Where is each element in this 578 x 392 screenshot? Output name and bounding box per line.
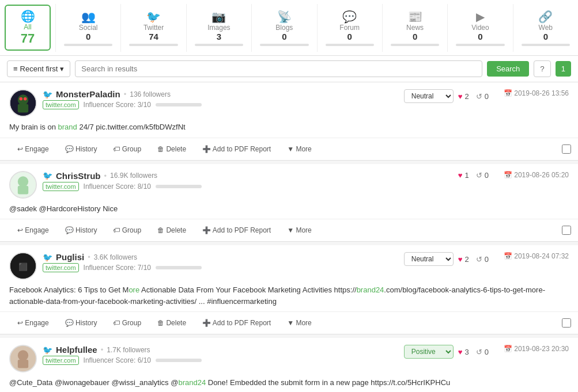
card-body-monster: My brain is on brand 24/7 pic.twitter.co… <box>9 121 569 138</box>
web-count: 0 <box>522 32 570 41</box>
retweet-count-monster: ↺ 0 <box>476 92 489 101</box>
card-date-monster: 📅 2019-08-26 13:56 <box>504 89 569 97</box>
heart-count-puglisi: ♥ 2 <box>458 255 469 264</box>
forum-count: 0 <box>326 32 374 41</box>
more-btn-monster[interactable]: ▼ More <box>279 142 320 157</box>
video-count: 0 <box>456 32 504 41</box>
score-label-monster: Influencer Score: 3/10 <box>84 101 151 109</box>
engage-btn-puglisi[interactable]: ↩ Engage <box>9 315 57 330</box>
svg-point-6 <box>18 176 28 187</box>
card-date-helpfullee: 📅 2019-08-23 20:30 <box>504 345 569 353</box>
filter-forum[interactable]: 💬 Forum 0 <box>317 4 382 52</box>
checkbox-chris[interactable] <box>562 226 571 235</box>
search-bar: ≡ Recent first ▾ Search ? 1 <box>0 56 578 82</box>
page-button[interactable]: 1 <box>556 61 571 77</box>
more-btn-puglisi[interactable]: ▼ More <box>279 315 320 330</box>
search-input[interactable] <box>75 60 482 77</box>
group-btn-monster[interactable]: 🏷 Group <box>105 142 149 157</box>
group-btn-puglisi[interactable]: 🏷 Group <box>105 315 149 330</box>
forum-icon: 💬 <box>342 10 357 23</box>
twitter-handle-chris: twitter.com <box>43 182 79 191</box>
search-button[interactable]: Search <box>487 61 529 77</box>
sentiment-select-monster[interactable]: Neutral Positive Negative <box>404 89 454 103</box>
score-label-puglisi: Influencer Score: 7/10 <box>84 264 151 272</box>
filter-video[interactable]: ▶ Video 0 <box>447 4 512 52</box>
group-btn-chris[interactable]: 🏷 Group <box>105 223 149 238</box>
svg-rect-2 <box>18 104 28 113</box>
add-pdf-btn-monster[interactable]: ➕ Add to PDF Report <box>194 142 279 157</box>
checkbox-monster[interactable] <box>562 144 571 154</box>
svg-text:⬛: ⬛ <box>18 262 28 272</box>
images-count: 3 <box>195 32 243 41</box>
card-followers-puglisi: 3.6K followers <box>94 253 137 261</box>
blogs-icon: 📡 <box>277 10 292 23</box>
more-btn-chris[interactable]: ▼ More <box>279 223 320 238</box>
avatar-helpfullee <box>9 345 37 372</box>
sentiment-select-helpfullee[interactable]: Positive Neutral Negative <box>404 345 454 359</box>
history-btn-puglisi[interactable]: 💬 History <box>57 315 105 330</box>
score-bar-puglisi <box>156 266 202 269</box>
engage-btn-monster[interactable]: ↩ Engage <box>9 142 57 157</box>
card-body-helpfullee: @Cute_Data @iwonagebauer @wissi_analytic… <box>9 377 569 392</box>
score-bar-helpfullee <box>156 359 202 362</box>
add-pdf-btn-chris[interactable]: ➕ Add to PDF Report <box>194 223 279 238</box>
score-bar-chris <box>156 185 202 188</box>
card-followers-monster: 136 followers <box>130 90 171 98</box>
history-btn-monster[interactable]: 💬 History <box>57 142 105 157</box>
engage-btn-chris[interactable]: ↩ Engage <box>9 223 57 238</box>
card-meta-chris: ♥ 1 ↺ 0 <box>458 171 489 180</box>
retweet-count-helpfullee: ↺ 0 <box>476 348 489 356</box>
filter-social[interactable]: 👥 Social 0 <box>55 4 120 52</box>
twitter-filter-icon: 🐦 <box>146 10 161 23</box>
video-label: Video <box>456 24 504 32</box>
brand24-link-helpfullee[interactable]: brand24 <box>178 378 206 387</box>
brand24-link-puglisi[interactable]: brand24 <box>357 286 384 294</box>
social-icon: 👥 <box>81 10 96 23</box>
result-card-helpfullee: 🐦 Helpfullee • 1.7K followers twitter.co… <box>0 338 578 392</box>
sort-label: Recent first <box>20 64 58 73</box>
sort-button[interactable]: ≡ Recent first ▾ <box>7 60 70 77</box>
add-pdf-btn-puglisi[interactable]: ➕ Add to PDF Report <box>194 315 279 330</box>
filter-news[interactable]: 📰 News 0 <box>382 4 447 52</box>
forum-bar <box>326 44 374 46</box>
history-btn-chris[interactable]: 💬 History <box>57 223 105 238</box>
filter-twitter[interactable]: 🐦 Twitter 74 <box>120 4 186 52</box>
card-name-puglisi: Puglisi <box>56 252 84 262</box>
web-icon: 🔗 <box>538 10 553 23</box>
brand-link-monster[interactable]: brand <box>58 123 77 131</box>
blogs-bar <box>260 44 308 46</box>
web-label: Web <box>522 24 570 32</box>
card-meta-helpfullee: Positive Neutral Negative ♥ 3 ↺ 0 <box>404 345 489 359</box>
avatar-chris-strub <box>9 171 37 199</box>
twitter-bar <box>129 44 177 46</box>
sort-icon: ≡ <box>13 64 18 73</box>
filter-blogs[interactable]: 📡 Blogs 0 <box>251 4 316 52</box>
images-label: Images <box>195 24 243 32</box>
retweet-count-puglisi: ↺ 0 <box>476 255 489 264</box>
delete-btn-monster[interactable]: 🗑 Delete <box>149 142 194 157</box>
images-bar <box>195 44 243 46</box>
twitter-handle-puglisi: twitter.com <box>43 263 79 272</box>
filter-web[interactable]: 🔗 Web 0 <box>513 4 578 52</box>
retweet-count-chris: ↺ 0 <box>476 171 489 180</box>
delete-btn-chris[interactable]: 🗑 Delete <box>149 223 194 238</box>
svg-rect-12 <box>18 360 28 368</box>
filter-images[interactable]: 📷 Images 3 <box>186 4 251 52</box>
results-list: 🐦 MonsterPaladin • 136 followers twitter… <box>0 82 578 392</box>
separator: • <box>124 90 127 98</box>
checkbox-puglisi[interactable] <box>562 318 571 328</box>
help-button[interactable]: ? <box>534 60 550 77</box>
sentiment-select-puglisi[interactable]: Neutral Positive Negative <box>404 252 454 266</box>
heart-count-helpfullee: ♥ 3 <box>458 348 469 356</box>
delete-btn-puglisi[interactable]: 🗑 Delete <box>149 315 194 330</box>
twitter-bird-icon: 🐦 <box>43 90 52 99</box>
heart-count-monster: ♥ 2 <box>458 92 469 101</box>
card-actions-chris: ↩ Engage 💬 History 🏷 Group 🗑 Delete ➕ Ad… <box>0 219 578 241</box>
twitter-handle-helpfullee: twitter.com <box>43 356 79 365</box>
filter-all[interactable]: 🌐 All 77 <box>5 5 51 51</box>
card-body-puglisi: Facebook Analytics: 6 Tips to Get More A… <box>9 284 569 311</box>
avatar-monster-paladin <box>9 89 37 117</box>
brand-link-puglisi[interactable]: ore <box>129 286 139 294</box>
card-actions-monster: ↩ Engage 💬 History 🏷 Group 🗑 Delete ➕ Ad… <box>0 138 578 160</box>
separator-puglisi: • <box>88 253 90 261</box>
